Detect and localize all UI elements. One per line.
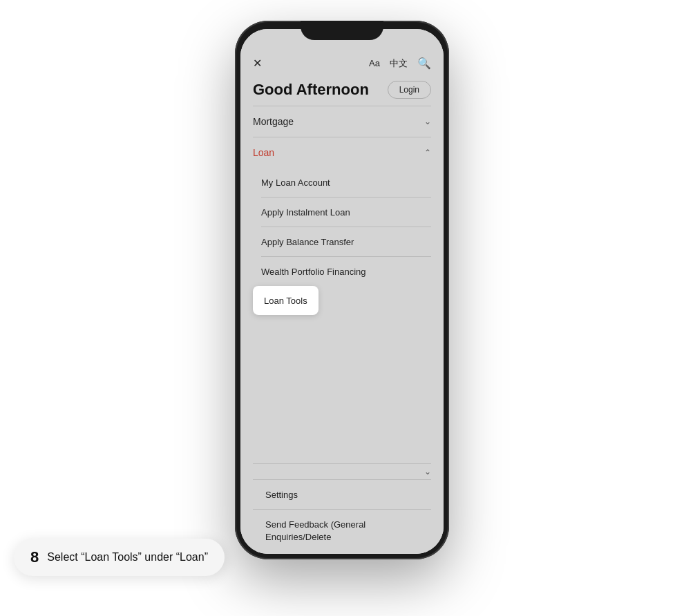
apply-balance-item[interactable]: Apply Balance Transfer [240, 227, 444, 256]
top-bar-right: Aa 中文 🔍 [369, 57, 431, 70]
scene: ✕ Aa 中文 🔍 Good Afternoon Login Mortgage [0, 0, 684, 616]
my-loan-label: My Loan Account [261, 177, 330, 188]
step-text: Select “Loan Tools” under “Loan” [47, 551, 208, 564]
greeting-text: Good Afternoon [253, 81, 369, 99]
wealth-portfolio-item[interactable]: Wealth Portfolio Financing [240, 257, 444, 286]
search-icon[interactable]: 🔍 [417, 57, 431, 70]
header-row: Good Afternoon Login [240, 77, 444, 106]
send-feedback-item[interactable]: Send Feedback (General Enquiries/Delete [253, 510, 431, 551]
phone-notch [301, 21, 383, 40]
mortgage-chevron: ⌄ [424, 117, 431, 126]
my-loan-item[interactable]: My Loan Account [240, 168, 444, 197]
loan-tools-card[interactable]: Loan Tools [253, 286, 319, 315]
language-icon[interactable]: 中文 [390, 57, 408, 70]
step-number: 8 [30, 548, 39, 566]
settings-item[interactable]: Settings [253, 480, 431, 509]
loan-tools-label: Loan Tools [264, 296, 307, 306]
close-icon[interactable]: ✕ [253, 57, 262, 70]
wealth-portfolio-label: Wealth Portfolio Financing [261, 267, 366, 277]
font-size-icon[interactable]: Aa [369, 58, 380, 68]
loan-label: Loan [253, 147, 274, 158]
settings-label: Settings [265, 490, 298, 500]
mortgage-menu-item[interactable]: Mortgage ⌄ [240, 106, 444, 137]
screen-bottom-bar: ⌄ Settings Send Feedback (General Enquir… [240, 458, 444, 554]
bottom-chevron: ⌄ [424, 467, 431, 477]
step-tooltip: 8 Select “Loan Tools” under “Loan” [14, 539, 225, 576]
apply-instalment-item[interactable]: Apply Instalment Loan [240, 198, 444, 227]
apply-instalment-label: Apply Instalment Loan [261, 207, 350, 218]
loan-menu-item[interactable]: Loan ⌃ [240, 137, 444, 168]
login-button[interactable]: Login [388, 81, 431, 99]
loan-tools-wrapper: Loan Tools [240, 286, 444, 315]
screen-content: ✕ Aa 中文 🔍 Good Afternoon Login Mortgage [240, 29, 444, 554]
mortgage-label: Mortgage [253, 116, 294, 127]
phone-shell: ✕ Aa 中文 🔍 Good Afternoon Login Mortgage [235, 21, 449, 559]
phone-screen: ✕ Aa 中文 🔍 Good Afternoon Login Mortgage [240, 29, 444, 554]
apply-balance-label: Apply Balance Transfer [261, 237, 354, 247]
send-feedback-label: Send Feedback (General Enquiries/Delete [265, 519, 365, 542]
loan-chevron: ⌃ [424, 148, 431, 157]
